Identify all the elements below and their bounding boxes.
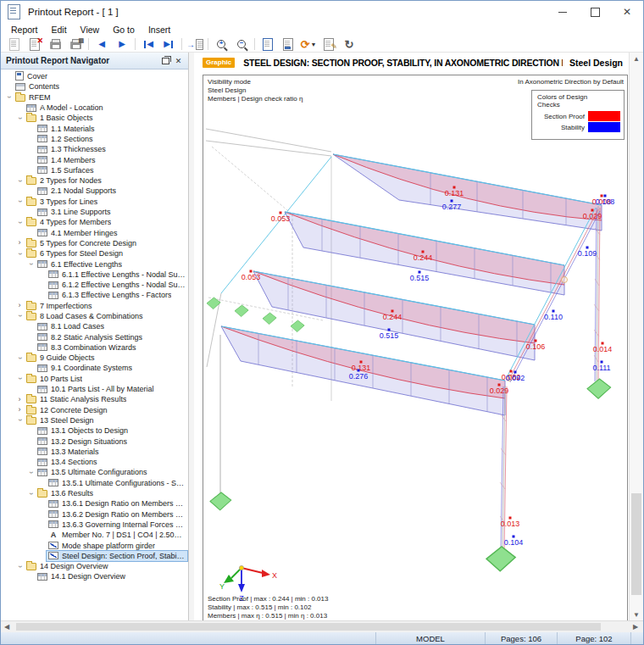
tree-item-6-1-effective-lengths[interactable]: ›6.1 Effective Lengths [1, 259, 188, 269]
refresh-button[interactable]: ↻ [339, 37, 359, 52]
scroll-down-arrow-icon[interactable]: ▼ [630, 609, 643, 620]
horizontal-scroll-thumb[interactable] [16, 623, 601, 631]
tree-item-11-static-analysis-results[interactable]: ›11 Static Analysis Results [1, 394, 188, 404]
tree-item-13-5-ultimate-configurations[interactable]: ›13.5 Ultimate Configurations [1, 467, 188, 477]
tree-item-12-concrete-design[interactable]: ›12 Concrete Design [1, 405, 188, 415]
vertical-scroll-thumb[interactable] [631, 493, 641, 595]
tree-item-cover[interactable]: Cover [1, 71, 188, 81]
tree-item-member-no-7-ds1-co4-2-500-m-st2[interactable]: AMember No. 7 | DS1 | CO4 | 2.500 m | ST… [1, 530, 188, 540]
vertical-scrollbar[interactable]: ▲ ▼ [629, 53, 643, 620]
expander-open-icon[interactable]: › [27, 489, 35, 498]
tree-item-1-3-thicknesses[interactable]: 1.3 Thicknesses [1, 144, 188, 154]
tree-item-13-6-2-design-ratio-on-members-by-member[interactable]: 13.6.2 Design Ratio on Members by Member [1, 509, 188, 519]
tree-item-1-2-sections[interactable]: 1.2 Sections [1, 134, 188, 144]
expander-open-icon[interactable]: › [27, 259, 35, 268]
zoom-out-button[interactable]: − [231, 37, 252, 52]
float-panel-button[interactable] [159, 55, 172, 67]
tree-item-13-steel-design[interactable]: ›13 Steel Design [1, 415, 188, 425]
tree-item-2-1-nodal-supports[interactable]: 2.1 Nodal Supports [1, 186, 188, 196]
expander-open-icon[interactable]: › [16, 218, 24, 226]
tree-item-contents[interactable]: Contents [1, 81, 188, 92]
menu-go-to[interactable]: Go to [106, 25, 142, 35]
close-button[interactable]: ✕ [611, 1, 643, 23]
tree-item-6-1-3-effective-lengths-factors[interactable]: 6.1.3 Effective Lengths - Factors [1, 290, 188, 300]
scroll-left-arrow-icon[interactable]: ◀ [1, 621, 13, 631]
tree-item-13-6-3-governing-internal-forces-by-member[interactable]: 13.6.3 Governing Internal Forces by Memb… [1, 520, 188, 530]
horizontal-scrollbar[interactable]: ◀ ▶ [1, 620, 643, 632]
tree-item-13-6-1-design-ratio-on-members-by-section[interactable]: 13.6.1 Design Ratio on Members by Sectio… [1, 498, 188, 509]
delete-page-button[interactable]: ✕ [25, 37, 45, 52]
tree-item-4-1-member-hinges[interactable]: 4.1 Member Hinges [1, 227, 188, 237]
tree-item-1-5-surfaces[interactable]: 1.5 Surfaces [1, 165, 188, 175]
tree-item-1-1-materials[interactable]: 1.1 Materials [1, 123, 188, 133]
tree-item-6-1-1-effective-lengths-nodal-supports[interactable]: 6.1.1 Effective Lengths - Nodal Supports [1, 270, 188, 280]
zoom-in-button[interactable]: + [211, 37, 231, 52]
page-layout-button[interactable] [258, 37, 278, 52]
add-page-button[interactable] [4, 37, 25, 52]
expander-open-icon[interactable]: › [27, 468, 35, 476]
tree-item-9-1-coordinate-systems[interactable]: 9.1 Coordinate Systems [1, 363, 188, 373]
expander-closed-icon[interactable]: › [15, 396, 24, 403]
prev-page-button[interactable]: ◀ [92, 37, 112, 52]
tree-item-7-imperfections[interactable]: ›7 Imperfections [1, 301, 188, 311]
tree-item-1-4-members[interactable]: 1.4 Members [1, 154, 188, 164]
expander-open-icon[interactable]: › [16, 353, 24, 362]
tree-item-6-types-for-steel-design[interactable]: ›6 Types for Steel Design [1, 248, 188, 259]
tree-item-5-types-for-concrete-design[interactable]: ›5 Types for Concrete Design [1, 238, 188, 248]
tree-item-8-1-load-cases[interactable]: 8.1 Load Cases [1, 321, 188, 331]
expander-open-icon[interactable]: › [16, 176, 24, 185]
tree-item-2-types-for-nodes[interactable]: ›2 Types for Nodes [1, 175, 188, 186]
tree-item-mode-shape-platform-girder[interactable]: Mode shape platform girder [1, 540, 188, 550]
tree-item-3-types-for-lines[interactable]: ›3 Types for Lines [1, 197, 188, 207]
tree-item-3-1-line-supports[interactable]: 3.1 Line Supports [1, 207, 188, 217]
tree-item-8-2-static-analysis-settings[interactable]: 8.2 Static Analysis Settings [1, 331, 188, 342]
menu-report[interactable]: Report [4, 25, 45, 35]
expander-open-icon[interactable]: › [16, 114, 24, 122]
tree-item-13-4-sections[interactable]: 13.4 Sections [1, 457, 188, 467]
tree-item-1-basic-objects[interactable]: ›1 Basic Objects [1, 113, 188, 123]
settings-dropdown-button[interactable]: ⟳▼ [298, 37, 319, 52]
expander-closed-icon[interactable]: › [15, 302, 24, 309]
print-all-button[interactable]: ▤ [65, 37, 86, 52]
scroll-right-arrow-icon[interactable]: ▶ [630, 621, 641, 631]
maximize-button[interactable] [579, 1, 611, 23]
expander-open-icon[interactable]: › [16, 375, 24, 383]
goto-page-button[interactable]: → [185, 37, 205, 52]
close-panel-button[interactable]: ✕ [172, 55, 185, 67]
expander-closed-icon[interactable]: › [15, 239, 24, 247]
tree-item-9-guide-objects[interactable]: ›9 Guide Objects [1, 353, 188, 363]
tree-item-6-1-2-effective-lengths-nodal-supports[interactable]: 6.1.2 Effective Lengths - Nodal Supports… [1, 280, 188, 290]
expander-open-icon[interactable]: › [16, 416, 24, 425]
expander-open-icon[interactable]: › [16, 312, 24, 320]
tree-item-10-parts-list[interactable]: ›10 Parts List [1, 374, 188, 384]
minimize-button[interactable] [547, 1, 579, 23]
edit-content-button[interactable]: ✎ [319, 37, 339, 52]
scroll-up-arrow-icon[interactable]: ▲ [630, 53, 643, 64]
tree-item-14-1-design-overview[interactable]: 14.1 Design Overview [1, 571, 188, 581]
tree-item-a-model-location[interactable]: A Model - Location [1, 103, 188, 113]
tree-item-14-design-overview[interactable]: ›14 Design Overview [1, 561, 188, 571]
expander-open-icon[interactable]: › [5, 93, 13, 102]
tree-item-8-3-combination-wizards[interactable]: 8.3 Combination Wizards [1, 342, 188, 353]
expander-open-icon[interactable]: › [16, 249, 24, 258]
expander-open-icon[interactable]: › [16, 562, 24, 570]
tree-item-4-types-for-members[interactable]: ›4 Types for Members [1, 217, 188, 227]
last-page-button[interactable]: ▶ [158, 37, 179, 52]
tree-item-8-load-cases-combinations[interactable]: ›8 Load Cases & Combinations [1, 311, 188, 321]
tree-item-10-1-parts-list-all-by-material[interactable]: 10.1 Parts List - All by Material [1, 384, 188, 394]
expander-closed-icon[interactable]: › [15, 406, 24, 414]
tree-item-steel-design-section-proof-stability-in-a[interactable]: Steel Design: Section Proof, Stability, … [1, 551, 188, 561]
expander-open-icon[interactable]: › [16, 197, 24, 206]
print-button[interactable] [45, 37, 65, 52]
menu-insert[interactable]: Insert [142, 25, 177, 35]
tree-item-13-2-design-situations[interactable]: 13.2 Design Situations [1, 436, 188, 446]
menu-view[interactable]: View [74, 25, 107, 35]
tree-item-13-6-results[interactable]: ›13.6 Results [1, 488, 188, 498]
next-page-button[interactable]: ▶ [112, 37, 132, 52]
tree-item-13-1-objects-to-design[interactable]: 13.1 Objects to Design [1, 425, 188, 436]
tree-item-rfem[interactable]: ›RFEM [1, 92, 188, 103]
display-properties-button[interactable] [278, 37, 298, 52]
tree-item-13-3-materials[interactable]: 13.3 Materials [1, 447, 188, 457]
first-page-button[interactable]: ◀ [138, 37, 158, 52]
tree-item-13-5-1-ultimate-configurations-settings[interactable]: 13.5.1 Ultimate Configurations - Setting… [1, 478, 188, 488]
